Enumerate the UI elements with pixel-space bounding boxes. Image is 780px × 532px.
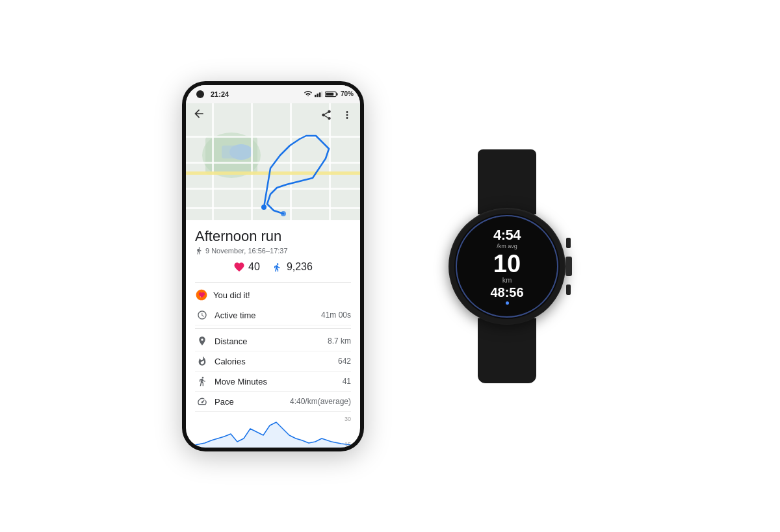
watch-band-bottom: [478, 318, 536, 383]
steps-stat: 9,236: [272, 261, 313, 273]
move-minutes-label: Move Minutes: [214, 377, 343, 386]
svg-point-21: [261, 205, 266, 210]
distance-icon-wrap: [195, 336, 209, 346]
distance-value: 8.7 km: [328, 336, 351, 346]
active-time-icon: [195, 310, 209, 320]
pace-label: Pace: [214, 397, 290, 407]
calories-icon: [197, 356, 207, 366]
heart-points-icon: [233, 261, 245, 273]
move-minutes-icon-wrap: [195, 376, 209, 386]
metric-pace: Pace 4:40/km(average): [195, 392, 351, 412]
phone-device: 21:24: [182, 81, 364, 451]
svg-rect-5: [337, 93, 338, 95]
watch-screen: 4:54 /km avg 10 km 48:56: [454, 214, 560, 319]
status-time: 21:24: [211, 90, 229, 98]
chart-labels: 30 15: [344, 416, 351, 447]
run-icon-small: [195, 247, 203, 255]
chart-svg: [195, 416, 351, 447]
svg-rect-11: [222, 146, 238, 158]
pace-icon: [197, 396, 207, 407]
move-minutes-value: 41: [343, 377, 351, 386]
calories-label: Calories: [214, 357, 338, 366]
heart-points-stat: 40: [233, 261, 260, 273]
metric-distance: Distance 8.7 km: [195, 331, 351, 351]
distance-label: Distance: [214, 336, 328, 346]
calories-value: 642: [338, 357, 351, 366]
pace-value: 4:40/km(average): [290, 397, 351, 406]
divider-1: [195, 282, 351, 283]
signal-icon: [315, 91, 322, 97]
heart-points-value: 40: [248, 261, 260, 273]
svg-point-22: [281, 211, 286, 216]
share-icon: [320, 109, 332, 121]
status-icons: 70%: [304, 90, 354, 97]
achievement-text: You did it!: [213, 290, 250, 300]
svg-rect-20: [186, 171, 360, 175]
achievement-icon: [195, 288, 208, 301]
battery-icon: [325, 91, 338, 97]
phone-screen: 21:24: [186, 85, 360, 448]
svg-rect-6: [326, 92, 333, 95]
workout-content: Afternoon run 9 November, 16:56–17:37: [186, 220, 360, 448]
scene: 21:24: [0, 0, 780, 532]
watch-button-top: [566, 238, 571, 248]
watch-button-bottom: [566, 285, 571, 295]
map-toolbar: [186, 103, 360, 127]
steps-value: 9,236: [287, 261, 313, 273]
chart-label-30: 30: [344, 416, 351, 422]
svg-rect-1: [317, 94, 318, 97]
svg-rect-3: [321, 91, 322, 97]
wifi-icon: [304, 91, 312, 97]
svg-marker-23: [195, 422, 351, 447]
pace-icon-wrap: [195, 396, 209, 407]
achievement-row: You did it!: [195, 285, 351, 305]
watch-band-top: [478, 149, 536, 214]
divider-2: [195, 328, 351, 329]
metric-calories: Calories 642: [195, 351, 351, 372]
more-button[interactable]: [341, 108, 354, 121]
watch-crown: [566, 257, 572, 276]
distance-icon: [197, 336, 207, 346]
metric-move-minutes: Move Minutes 41: [195, 372, 351, 392]
workout-date-text: 9 November, 16:56–17:37: [205, 247, 288, 255]
map-area: [186, 103, 360, 220]
svg-rect-2: [319, 92, 321, 97]
back-icon: [192, 107, 205, 120]
battery-level: 70%: [341, 90, 354, 97]
clock-icon: [197, 310, 207, 320]
watch-ring: [456, 215, 558, 318]
active-time-value: 41m 00s: [321, 310, 351, 320]
stats-row: 40 9,236: [195, 261, 351, 273]
phone-camera: [196, 90, 204, 98]
walk-icon: [197, 376, 207, 386]
active-time-row: Active time 41m 00s: [195, 305, 351, 325]
watch-device: 4:54 /km avg 10 km 48:56: [416, 149, 598, 383]
calories-icon-wrap: [195, 356, 209, 366]
watch-case: 4:54 /km avg 10 km 48:56: [448, 208, 566, 325]
workout-date: 9 November, 16:56–17:37: [195, 247, 351, 255]
svg-rect-0: [315, 94, 317, 96]
share-button[interactable]: [320, 108, 333, 121]
workout-title: Afternoon run: [195, 228, 351, 245]
map-toolbar-right: [320, 108, 354, 121]
active-time-label: Active time: [214, 310, 321, 320]
more-icon: [341, 109, 353, 121]
chart-label-15: 15: [344, 441, 351, 448]
back-button[interactable]: [192, 107, 320, 123]
steps-icon: [272, 262, 283, 272]
chart-area: 30 15: [195, 416, 351, 447]
status-bar: 21:24: [186, 85, 360, 103]
